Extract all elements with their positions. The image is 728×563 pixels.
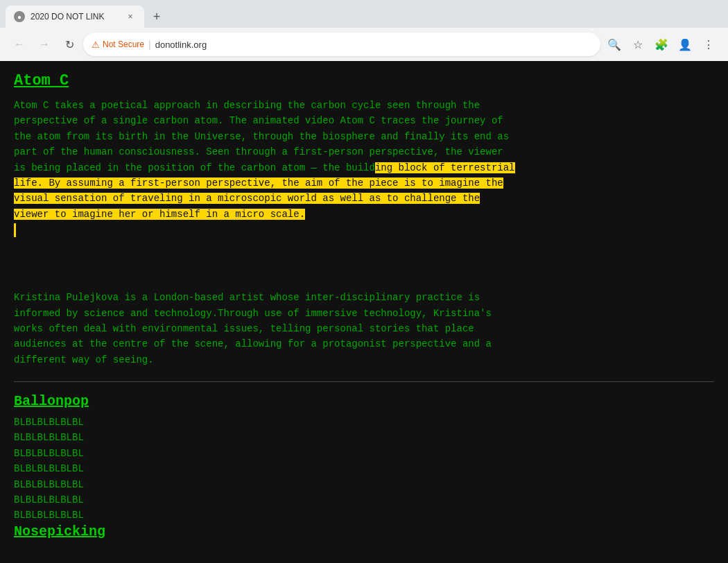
cursor-line [14,223,714,237]
blbl-line-5: BLBLBLBLBLBL [14,477,714,492]
atom-c-description: Atom C takes a poetical approach in desc… [14,98,714,222]
account-icon-button[interactable]: 👤 [674,33,696,55]
refresh-button[interactable]: ↻ [58,33,80,55]
address-separator: | [148,39,151,50]
blbl-line-2: BLBLBLBLBLBL [14,430,714,445]
address-text: donotlink.org [155,40,592,50]
warning-icon: ⚠ [92,40,100,50]
tab-title: 2020 DO NOT LINK [31,12,119,21]
extensions-icon-button[interactable]: 🧩 [650,33,673,55]
menu-icon: ⋮ [703,38,714,51]
blbl-line-6: BLBLBLBLBLBL [14,492,714,508]
security-warning: ⚠ Not Secure [92,40,144,50]
blbl-line-1: BLBLBLBLBLBL [14,415,714,430]
tab-favicon: ● [14,11,25,22]
cursor-indicator [14,223,16,237]
star-icon: ☆ [633,38,643,51]
nav-icons-right: 🔍 ☆ 🧩 👤 ⋮ [603,33,720,55]
ballonpop-section: Ballonpop BLBLBLBLBLBL BLBLBLBLBLBL BLBL… [14,393,714,523]
search-icon: 🔍 [607,38,621,51]
blbl-line-7: BLBLBLBLBLBL [14,508,714,523]
active-tab[interactable]: ● 2020 DO NOT LINK × [6,6,144,28]
nosepicking-title-link[interactable]: Nosepicking [14,523,105,539]
search-icon-button[interactable]: 🔍 [603,33,625,55]
ballonpop-lines: BLBLBLBLBLBL BLBLBLBLBLBL BLBLBLBLBLBL B… [14,415,714,523]
tab-close-button[interactable]: × [125,11,136,22]
nav-bar: ← → ↻ ⚠ Not Secure | donotlink.org 🔍 ☆ 🧩… [0,28,728,61]
new-tab-button[interactable]: + [147,7,166,26]
section-divider-1 [14,381,714,382]
atom-c-title-link[interactable]: Atom C [14,72,69,89]
forward-button[interactable]: → [33,33,55,55]
page-content: Atom C Atom C takes a poetical approach … [0,61,728,563]
extensions-icon: 🧩 [655,38,668,51]
blbl-line-3: BLBLBLBLBLBL [14,446,714,461]
tab-bar: ● 2020 DO NOT LINK × + [0,0,728,28]
menu-icon-button[interactable]: ⋮ [697,33,720,55]
spacer-2 [14,265,714,279]
back-button[interactable]: ← [8,33,31,55]
account-icon: 👤 [678,38,692,51]
ballonpop-title-link[interactable]: Ballonpop [14,393,89,409]
blbl-line-4: BLBLBLBLBLBL [14,461,714,476]
nosepicking-section: Nosepicking [14,523,714,545]
atom-c-bio: Kristina Pulejkova is a London-based art… [14,290,714,367]
bookmark-icon-button[interactable]: ☆ [627,33,649,55]
atom-c-section: Atom C Atom C takes a poetical approach … [14,72,714,367]
spacer-1 [14,251,714,265]
browser-chrome: ● 2020 DO NOT LINK × + ← → ↻ ⚠ Not Secur… [0,0,728,61]
security-warning-text: Not Secure [103,40,144,49]
address-bar[interactable]: ⚠ Not Secure | donotlink.org [83,33,600,56]
